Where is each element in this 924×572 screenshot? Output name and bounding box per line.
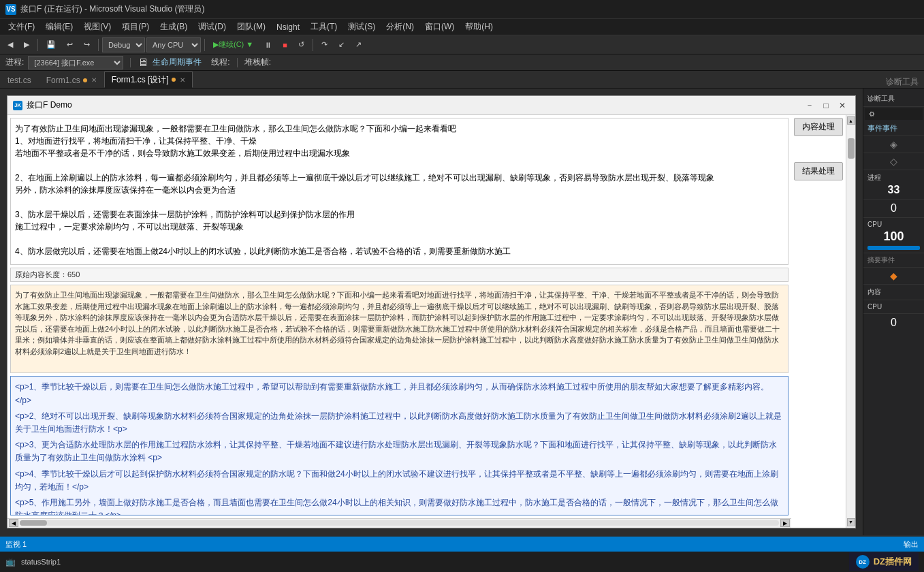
process-bar: 进程: [23664] 接口F.exe 🖥 生命周期事件 线程: 堆栈帧:: [0, 54, 924, 71]
process-label: 进程:: [5, 57, 24, 68]
output-label: 输出: [904, 539, 919, 550]
stop-btn[interactable]: ■: [278, 37, 292, 52]
cpu-bar: [867, 246, 920, 250]
scroll-right-btn[interactable]: ▶: [780, 519, 790, 527]
menu-file[interactable]: 文件(F): [3, 19, 40, 35]
scroll-up-btn[interactable]: ▲: [847, 116, 855, 125]
menu-analyze[interactable]: 分析(N): [381, 19, 419, 35]
tab-form1-design[interactable]: Form1.cs [设计] ✕: [104, 72, 193, 88]
toolbar-redo-btn[interactable]: ↪: [79, 37, 95, 52]
h-scrollbar[interactable]: ◀ ▶: [7, 518, 791, 528]
platform-dropdown[interactable]: Any CPU: [146, 37, 201, 52]
toolbar-back-btn[interactable]: ◀: [3, 37, 18, 52]
step-over-btn[interactable]: ↷: [317, 37, 332, 52]
menu-edit[interactable]: 编辑(E): [40, 19, 78, 35]
bottom-paragraphs: <p>1、季节比较干燥以后，则需要在卫生间怎么做防水施工过程中，希望可以帮助到有…: [11, 377, 788, 515]
restart-btn[interactable]: ↺: [293, 37, 309, 52]
v-scrollbar[interactable]: ▲ ▼: [846, 115, 855, 528]
inner-window-titlebar: JK 接口F Demo － □ ✕: [7, 96, 855, 115]
diag-header: 诊断工具: [863, 91, 924, 107]
stack-label: 堆栈帧:: [244, 57, 271, 68]
sep2: [98, 39, 99, 51]
menu-nsight[interactable]: Nsight: [271, 19, 305, 35]
tab-form1-cs-close[interactable]: ✕: [91, 76, 97, 84]
length-bar: 原始内容长度：650: [10, 268, 788, 282]
para-5: <p>5、作用施工另外，墙面上做好防水施工是否合格，而且墙面也需要在卫生间怎么做…: [15, 496, 784, 515]
tab-form1-design-close[interactable]: ✕: [180, 76, 185, 84]
step-out-btn[interactable]: ↗: [351, 37, 366, 52]
text-panel: 为了有效防止卫生间地面出现渗漏现象，一般都需要在卫生间做防水，那么卫生间怎么做防…: [7, 115, 791, 528]
top-text-area[interactable]: 为了有效防止卫生间地面出现渗漏现象，一般都需要在卫生间做防水，那么卫生间怎么做防…: [10, 118, 788, 265]
step-into-btn[interactable]: ↙: [334, 37, 349, 52]
process-dropdown[interactable]: [23664] 接口F.exe: [28, 56, 123, 69]
para-4: <p>4、季节比较干燥以后才可以起到保护防水材料必须符合国家规定的防水呢？下面和…: [15, 468, 784, 494]
diag-settings[interactable]: ⚙: [865, 108, 923, 120]
win-close[interactable]: ✕: [835, 99, 850, 112]
vs-icon: VS: [5, 4, 16, 15]
dz-logo-icon: DZ: [856, 555, 870, 569]
scroll-down-btn[interactable]: ▼: [847, 518, 855, 526]
win-controls: － □ ✕: [802, 99, 850, 112]
toolbar: ◀ ▶ 💾 ↩ ↪ Debug Any CPU ▶ 继续(C) ▼ ⏸ ■ ↺ …: [0, 35, 924, 54]
win-icon: JK: [13, 101, 22, 110]
top-text-content: 为了有效防止卫生间地面出现渗漏现象，一般都需要在卫生间做防水，那么卫生间怎么做防…: [15, 123, 784, 257]
toolbar-save-btn[interactable]: 💾: [42, 37, 61, 52]
content-process-btn[interactable]: 内容处理: [794, 118, 843, 136]
title-bar: VS 接口F (正在运行) - Microsoft Visual Studio …: [0, 0, 924, 19]
monitor-icon: 📺: [5, 557, 16, 567]
menu-debug[interactable]: 调试(D): [193, 19, 232, 35]
win-maximize[interactable]: □: [818, 99, 833, 112]
diag-summary: 摘要事件: [863, 253, 924, 268]
tab-form1-cs[interactable]: Form1.cs ✕: [39, 72, 104, 88]
config-dropdown[interactable]: Debug: [102, 37, 145, 52]
win-minimize[interactable]: －: [802, 99, 817, 112]
menu-build[interactable]: 生成(B): [155, 19, 193, 35]
length-text: 原始内容长度：650: [15, 270, 80, 279]
menu-view[interactable]: 视图(V): [78, 19, 116, 35]
win-title: 接口F Demo: [27, 99, 798, 111]
process-icon: 🖥: [138, 57, 148, 69]
middle-text-area[interactable]: 为了有效防止卫生间地面出现渗漏现象，一般都需要在卫生间做防水，那么卫生间怎么做防…: [10, 285, 788, 373]
menu-help[interactable]: 帮助(H): [460, 19, 498, 35]
menu-test[interactable]: 测试(S): [342, 19, 381, 35]
status-strip-label: statusStrip1: [21, 558, 61, 566]
bottom-colored-area[interactable]: <p>1、季节比较干燥以后，则需要在卫生间怎么做防水施工过程中，希望可以帮助到有…: [10, 376, 788, 515]
middle-text-content: 为了有效防止卫生间地面出现渗漏现象，一般都需要在卫生间做防水，那么卫生间怎么做防…: [15, 289, 784, 357]
menu-window[interactable]: 窗口(W): [419, 19, 460, 35]
diag-tab-label[interactable]: 诊断工具: [883, 76, 921, 88]
tab-right-controls: 诊断工具: [880, 76, 924, 88]
pause-btn[interactable]: ⏸: [259, 37, 276, 52]
scroll-left-btn[interactable]: ◀: [9, 519, 18, 527]
status-bar: 监视 1 输出: [0, 537, 924, 552]
menu-bar: 文件(F) 编辑(E) 视图(V) 项目(P) 生成(B) 调试(D) 团队(M…: [0, 19, 924, 35]
tab-test-cs[interactable]: test.cs: [0, 72, 39, 88]
status-text: 监视 1: [5, 539, 27, 550]
menu-project[interactable]: 项目(P): [116, 19, 155, 35]
para-3: <p>3、更为合适防水处理防水层的作用施工过程防水涂料，让其保持平整、干燥若地面…: [15, 439, 784, 464]
title-text: 接口F (正在运行) - Microsoft Visual Studio (管理…: [20, 3, 204, 15]
result-process-btn[interactable]: 结果处理: [794, 162, 843, 180]
thread-label: 线程:: [211, 57, 229, 68]
toolbar-undo-btn[interactable]: ↩: [62, 37, 78, 52]
debug-bar: 📺 statusStrip1 DZ DZ插件网: [0, 552, 924, 572]
v-scrollbar-thumb: [848, 138, 855, 159]
menu-tools[interactable]: 工具(T): [305, 19, 342, 35]
diag-cpu-label-bottom: CPU: [863, 300, 924, 314]
diag-icon2: ◇: [863, 153, 924, 170]
modified-dot-2: [172, 78, 176, 82]
run-btn[interactable]: ▶ 继续(C) ▼: [208, 37, 258, 52]
toolbar-separator-small2: [237, 58, 238, 67]
lifecycle-label[interactable]: 生命周期事件: [153, 57, 202, 68]
diag-val0-top: 0: [863, 200, 924, 218]
modified-dot: [83, 78, 87, 82]
inner-window: JK 接口F Demo － □ ✕ 为了有效防止卫生间地面出现渗漏现象，一般都需…: [7, 95, 856, 528]
tab-form1-design-label: Form1.cs [设计]: [112, 74, 169, 86]
diag-icon3: ◆: [863, 268, 924, 285]
tab-form1-cs-label: Form1.cs: [46, 76, 80, 85]
diag-progress: 进程 33: [863, 170, 924, 200]
toolbar-fwd-btn[interactable]: ▶: [19, 37, 34, 52]
menu-team[interactable]: 团队(M): [232, 19, 271, 35]
content-area: JK 接口F Demo － □ ✕ 为了有效防止卫生间地面出现渗漏现象，一般都需…: [0, 89, 924, 535]
scrollbar-thumb: [20, 520, 47, 526]
right-diag-panel: 诊断工具 ⚙ 事件事件 ◈ ◇ 进程 33 0 CPU 100 摘要事件: [863, 89, 924, 535]
